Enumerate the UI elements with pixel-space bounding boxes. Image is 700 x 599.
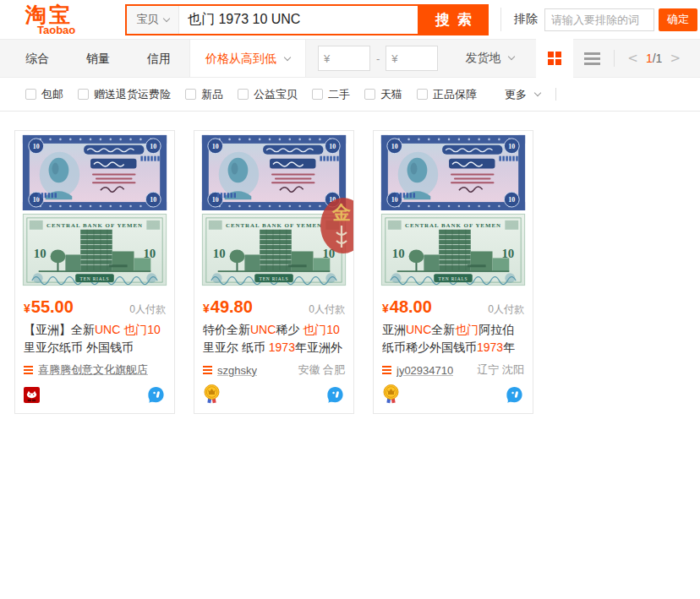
chevron-down-icon [533,89,540,95]
sort-item-sales[interactable]: 销量 [68,39,129,78]
product-card[interactable]: 金 ¥ 49.80 0人付款 特价全新UNC稀少 也门10里亚尔 纸币 1973… [194,130,354,414]
logo-cn: 淘宝 [25,4,98,25]
price-min-field[interactable]: ¥ [318,46,370,71]
product-image[interactable] [374,131,533,290]
exclude-input[interactable] [544,8,654,31]
filter-charity[interactable]: 公益宝贝 [238,87,298,102]
seller-link[interactable]: szghsky [217,364,257,377]
badge-row [194,378,353,413]
filter-label: 新品 [201,87,223,102]
seller-row: 喜腾腾创意文化旗舰店 [15,357,174,378]
shipping-location-dropdown[interactable]: 发货地 [465,51,514,66]
paid-count: 0人付款 [309,302,345,317]
total-pages: /1 [653,52,663,65]
filter-label: 天猫 [380,87,402,102]
shop-icon [24,366,33,375]
price-max-input[interactable] [400,52,434,65]
sort-item-price-desc-active[interactable]: 价格从高到低 [189,40,306,77]
grid-view-icon [548,52,561,65]
price-range-filter: ¥ - ¥ [318,46,438,71]
chevron-down-icon [162,14,169,21]
more-filters-label: 更多 [505,88,527,101]
wangwang-chat-icon[interactable] [146,385,166,405]
product-card[interactable]: ¥ 55.00 0人付款 【亚洲】全新UNC 也门10里亚尔纸币 外国钱币 ND… [14,130,175,414]
checkbox[interactable] [25,89,36,100]
product-title[interactable]: 【亚洲】全新UNC 也门10里亚尔纸币 外国钱币 ND(1973) [15,319,174,357]
badge-row [374,378,533,413]
checkbox[interactable] [417,89,428,100]
seller-row: jy02934710 辽宁 沈阳 [374,357,533,378]
checkbox[interactable] [238,89,249,100]
shop-icon [203,366,212,375]
currency-symbol: ¥ [382,302,389,315]
filter-label: 公益宝贝 [254,87,298,102]
seller-link[interactable]: jy02934710 [396,364,453,377]
filter-secondhand[interactable]: 二手 [312,87,350,102]
search-bar: 宝贝 搜索 [125,4,489,35]
price-row: ¥ 49.80 0人付款 [194,290,353,319]
banknote-image [194,131,353,290]
next-page-icon[interactable]: > [662,51,688,66]
search-category-dropdown[interactable]: 宝贝 [127,6,179,34]
checkbox[interactable] [364,89,375,100]
price-row: ¥ 55.00 0人付款 [15,290,174,319]
search-category-label: 宝贝 [137,12,159,27]
wangwang-chat-icon[interactable] [325,385,345,405]
exclude-label: 排除 [514,12,538,27]
taobao-logo[interactable]: 淘宝 Taobao [25,4,98,35]
price: 48.00 [390,297,432,317]
currency-symbol: ¥ [24,302,30,315]
banknote-image [15,131,174,290]
exclude-confirm-button[interactable]: 确定 [659,8,697,31]
header-divider [500,8,501,31]
price: 49.80 [211,297,253,317]
price-min-input[interactable] [332,52,366,65]
current-page: 1 [646,52,653,65]
currency-prefix: ¥ [391,52,397,65]
seller-link[interactable]: 喜腾腾创意文化旗舰店 [38,362,148,378]
paid-count: 0人付款 [488,302,524,317]
filter-new-item[interactable]: 新品 [185,87,223,102]
gold-medal-icon [382,384,400,405]
taobao-search-results-page: 淘宝 Taobao 宝贝 搜索 排除 确定 综合 销量 信用 价格从高到低 [0,0,700,599]
search-button[interactable]: 搜索 [418,6,487,34]
price-max-field[interactable]: ¥ [386,46,438,71]
filter-tmall[interactable]: 天猫 [364,87,402,102]
filter-return-insurance[interactable]: 赠送退货运费险 [78,87,171,102]
currency-symbol: ¥ [203,302,210,315]
filter-label: 赠送退货运费险 [94,87,171,102]
chevron-down-icon [284,54,291,61]
seller-row: szghsky 安徽 合肥 [194,357,353,378]
product-card[interactable]: ¥ 48.00 0人付款 亚洲UNC全新也门阿拉伯纸币稀少外国钱币1973年10… [373,130,533,414]
filter-free-shipping[interactable]: 包邮 [25,87,63,102]
shipping-location-label: 发货地 [465,51,500,64]
exclude-group: 排除 确定 [514,8,697,31]
sort-active-label: 价格从高到低 [205,52,276,65]
checkbox[interactable] [78,89,89,100]
sort-item-default[interactable]: 综合 [7,39,68,78]
more-filters-dropdown[interactable]: 更多 [505,87,540,102]
badge-row [15,378,174,413]
filter-label: 二手 [328,87,350,102]
product-title[interactable]: 特价全新UNC稀少 也门10里亚尔 纸币 1973年亚洲外币钱 [194,319,353,357]
filter-label: 正品保障 [433,87,477,102]
grid-view-button[interactable] [536,39,573,78]
paid-count: 0人付款 [129,302,166,317]
product-image[interactable] [15,131,174,290]
checkbox[interactable] [185,89,196,100]
list-view-button[interactable] [573,39,610,78]
prev-page-icon[interactable]: < [620,51,646,66]
shop-icon [382,366,391,375]
search-input[interactable] [179,6,418,34]
checkbox[interactable] [312,89,323,100]
price: 55.00 [31,297,74,317]
product-title[interactable]: 亚洲UNC全新也门阿拉伯纸币稀少外国钱币1973年10里 [374,319,533,357]
filter-authentic[interactable]: 正品保障 [417,87,477,102]
tmall-badge-icon [24,387,40,403]
wangwang-chat-icon[interactable] [505,385,524,405]
sort-item-credit[interactable]: 信用 [129,39,189,78]
range-separator: - [376,52,380,65]
product-image[interactable]: 金 [194,131,353,290]
header: 淘宝 Taobao 宝贝 搜索 排除 确定 [0,0,700,39]
pagination: < 1 /1 > [620,51,688,66]
